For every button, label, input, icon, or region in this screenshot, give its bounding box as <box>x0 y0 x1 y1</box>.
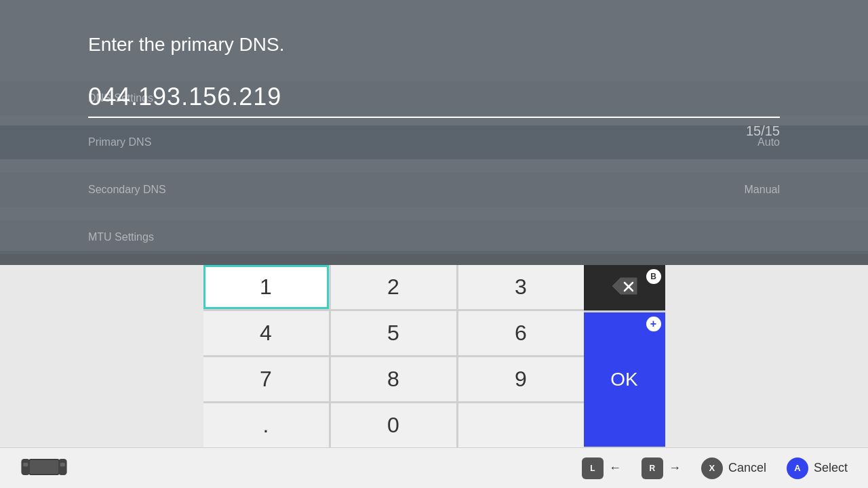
x-button-icon: X <box>701 458 723 479</box>
numpad-grid: 1 2 3 4 5 6 7 8 9 . 0 <box>203 265 584 447</box>
numpad-key-0[interactable]: 0 <box>331 403 456 447</box>
backspace-button[interactable]: B <box>584 265 665 310</box>
numpad-key-7[interactable]: 7 <box>203 357 329 401</box>
r-right-control: R → <box>642 458 681 479</box>
ok-label: OK <box>610 369 637 390</box>
console-icon <box>20 455 68 482</box>
dns-prompt-title: Enter the primary DNS. <box>88 34 780 56</box>
r-arrow-icon: → <box>669 461 681 475</box>
plus-badge: + <box>646 317 661 331</box>
dns-input-value: 044.193.156.219 <box>88 83 780 118</box>
backspace-icon <box>611 277 638 300</box>
svg-rect-6 <box>58 459 67 475</box>
cancel-label: Cancel <box>728 461 766 475</box>
numpad-wrapper: 1 2 3 4 5 6 7 8 9 . 0 <box>203 265 665 447</box>
numpad-key-5[interactable]: 5 <box>331 311 456 355</box>
numpad-key-8[interactable]: 8 <box>331 357 456 401</box>
svg-rect-3 <box>30 460 58 474</box>
dns-entry-panel: Enter the primary DNS. 044.193.156.219 1… <box>0 0 868 251</box>
a-select-control[interactable]: A Select <box>787 458 848 479</box>
numpad-key-dot[interactable]: . <box>203 403 329 447</box>
svg-rect-7 <box>60 462 65 466</box>
numpad-key-9[interactable]: 9 <box>458 357 584 401</box>
b-badge: B <box>646 269 661 284</box>
numpad-key-empty <box>458 403 584 447</box>
l-arrow-icon: ← <box>609 461 621 475</box>
bottom-bar: L ← R → X Cancel A Select <box>0 447 868 488</box>
l-left-control: L ← <box>582 458 621 479</box>
numpad-key-3[interactable]: 3 <box>458 265 584 309</box>
numpad-key-1[interactable]: 1 <box>203 265 329 309</box>
x-cancel-control[interactable]: X Cancel <box>701 458 766 479</box>
numpad-container: 1 2 3 4 5 6 7 8 9 . 0 <box>0 265 868 447</box>
l-button-icon: L <box>582 458 604 479</box>
numpad-key-6[interactable]: 6 <box>458 311 584 355</box>
numpad-key-4[interactable]: 4 <box>203 311 329 355</box>
select-label: Select <box>814 461 848 475</box>
a-button-icon: A <box>787 458 808 479</box>
numpad-right-panel: B + OK <box>584 265 665 447</box>
dns-input-section: 044.193.156.219 15/15 <box>88 83 780 139</box>
dns-char-count: 15/15 <box>88 123 780 139</box>
bottom-controls: L ← R → X Cancel A Select <box>582 458 848 479</box>
svg-rect-4 <box>21 459 30 475</box>
ok-button[interactable]: + OK <box>584 312 665 447</box>
r-button-icon: R <box>642 458 663 479</box>
svg-rect-5 <box>23 462 28 466</box>
numpad-key-2[interactable]: 2 <box>331 265 456 309</box>
